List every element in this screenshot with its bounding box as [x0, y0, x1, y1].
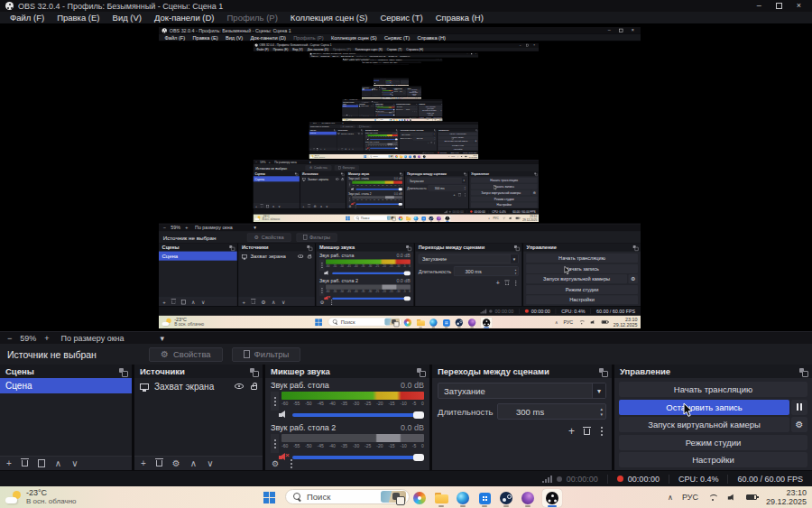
advanced-audio-button[interactable]: ⚙ — [272, 459, 279, 468]
channel-menu-button[interactable] — [271, 392, 279, 411]
clock-widget[interactable]: 23:10 29.12.2025 — [766, 488, 807, 506]
purple-app-button[interactable] — [521, 489, 535, 507]
transitions-dock-header: Переходы между сценами — [399, 129, 437, 132]
edge-button[interactable] — [456, 489, 470, 507]
remove-source-button[interactable] — [156, 460, 162, 466]
menu-view[interactable]: Вид (V) — [106, 13, 149, 23]
mixer-dock-header: Микшер звука — [316, 244, 413, 252]
menu-file[interactable]: Файл (F) — [4, 13, 51, 23]
controls-dock-header: Управление — [419, 104, 443, 106]
preview-canvas[interactable]: OBS 32.0.4 - Профиль: Безымянный - Сцены… — [159, 27, 641, 328]
source-up-button[interactable]: ∧ — [190, 459, 197, 468]
volume-slider-row-1 — [321, 271, 414, 277]
add-scene-button[interactable]: + — [6, 459, 12, 468]
add-transition-button[interactable]: + — [568, 425, 575, 438]
scene-up-button[interactable]: ∧ — [55, 459, 61, 468]
obs-taskbar-button[interactable] — [542, 489, 562, 507]
properties-button[interactable]: ⚙ Свойства — [149, 347, 223, 362]
microsoft-store-button[interactable] — [477, 489, 492, 507]
dock-pin-icon[interactable] — [799, 368, 807, 375]
photos-app-button[interactable] — [412, 489, 427, 507]
transition-menu-button[interactable] — [601, 430, 603, 432]
menu-tools: Сервис (T) — [387, 55, 399, 57]
battery-icon[interactable] — [746, 494, 757, 500]
maximize-button[interactable] — [776, 3, 782, 9]
visibility-eye-icon[interactable] — [235, 383, 244, 389]
source-properties-button[interactable]: ⚙ — [172, 459, 180, 468]
photos-app-button — [392, 85, 392, 86]
remove-transition-button[interactable] — [584, 429, 590, 435]
speaker-icon[interactable] — [279, 411, 289, 419]
language-indicator[interactable]: РУС — [682, 493, 698, 502]
zoom-out-button[interactable]: − — [7, 334, 12, 343]
fps-indicator: 60.00 / 60.00 FPS — [416, 97, 420, 97]
menu-profile[interactable]: Профиль (P) — [221, 13, 284, 23]
divider — [519, 309, 520, 314]
menu-edit[interactable]: Правка (E) — [51, 13, 106, 23]
mixer-toolbar: ⚙ — [316, 299, 413, 306]
pause-recording-button[interactable] — [791, 400, 807, 415]
file-explorer-button[interactable] — [434, 489, 448, 507]
dock-pin-icon[interactable] — [250, 368, 257, 375]
duration-spinbox[interactable]: 300 ms ▴▾ — [497, 403, 606, 420]
sources-dock-header: Источники — [337, 129, 364, 132]
search-placeholder: Поиск — [384, 97, 386, 98]
wifi-icon[interactable] — [707, 494, 718, 502]
channel-menu-button[interactable] — [271, 434, 279, 453]
settings-button[interactable]: Настройки — [619, 452, 807, 467]
duration-label: Длительность — [401, 137, 412, 139]
weather-widget[interactable]: -23°C В осн. облачно — [5, 488, 77, 506]
zoom-in-button[interactable]: + — [44, 334, 49, 343]
dock-pin-icon[interactable] — [119, 368, 126, 375]
task-view-button[interactable] — [391, 489, 405, 507]
menu-help[interactable]: Справка (H) — [429, 13, 490, 23]
obs-taskbar-button — [444, 216, 451, 222]
virtual-camera-button[interactable]: Запуск виртуальной камеры — [619, 417, 789, 432]
close-button[interactable]: × — [797, 2, 801, 10]
spinner-arrows-icon[interactable]: ▴▾ — [600, 406, 603, 417]
stop-recording-button: Начать запись — [526, 264, 638, 273]
add-source-button[interactable]: + — [141, 459, 146, 468]
studio-mode-button[interactable]: Режим студии — [619, 435, 807, 450]
transition-select[interactable]: Затухание ▾ — [438, 383, 606, 399]
running-indicator — [457, 327, 461, 328]
start-streaming-button[interactable]: Начать трансляцию — [619, 382, 807, 397]
minimize-button[interactable]: – — [757, 2, 761, 10]
menu-docks[interactable]: Док-панели (D) — [148, 13, 220, 23]
menu-help: Справка (H) — [399, 55, 411, 57]
menu-scene-collection[interactable]: Коллекция сцен (S) — [284, 13, 374, 23]
fit-mode-dropdown[interactable]: По размеру окна ▾ — [61, 334, 165, 343]
recording-indicator-icon — [525, 309, 529, 313]
volume-slider — [370, 148, 397, 149]
volume-slider[interactable] — [292, 413, 424, 417]
start-button[interactable] — [263, 492, 275, 503]
menu-tools[interactable]: Сервис (T) — [374, 13, 429, 23]
scene-filters-button[interactable] — [38, 459, 45, 467]
mixer-title: Микшер звука — [319, 245, 355, 251]
fps-indicator: 60.00 / 60.00 FPS — [737, 475, 803, 484]
purple-app-button — [400, 97, 401, 98]
search-box: Поиск — [354, 216, 398, 221]
source-down-button[interactable]: ∨ — [207, 459, 213, 468]
virtual-camera-settings-button[interactable]: ⚙ — [791, 417, 807, 432]
slider-handle[interactable] — [413, 411, 424, 419]
dock-pin-icon[interactable] — [417, 368, 424, 375]
remove-scene-button[interactable] — [22, 460, 28, 466]
volume-tray-icon[interactable] — [728, 494, 736, 501]
channel-level: 0.0 dB — [396, 278, 410, 283]
desktop-screen: OBS 32.0.4 - Профиль: Безымянный - Сцены… — [362, 61, 421, 98]
dock-pin-icon[interactable] — [599, 368, 606, 375]
scene-list-item[interactable]: Сцена — [0, 378, 132, 393]
preview-zoom-toolbar: − 59% + По размеру окна ▾ — [159, 224, 641, 231]
steam-button[interactable] — [499, 489, 513, 507]
stop-recording-button[interactable]: Остановить запись — [619, 400, 789, 415]
mouse-cursor — [452, 137, 455, 141]
lock-icon[interactable] — [251, 385, 257, 390]
scene-down-button[interactable]: ∨ — [71, 459, 78, 468]
filters-button[interactable]: Фильтры — [232, 347, 301, 362]
source-list-item[interactable]: Захват экрана — [134, 378, 263, 394]
display-capture-icon — [338, 133, 340, 134]
mixer-menu-button[interactable] — [291, 463, 292, 465]
running-indicator — [432, 327, 436, 328]
tray-overflow-chevron[interactable]: ∧ — [668, 494, 673, 502]
